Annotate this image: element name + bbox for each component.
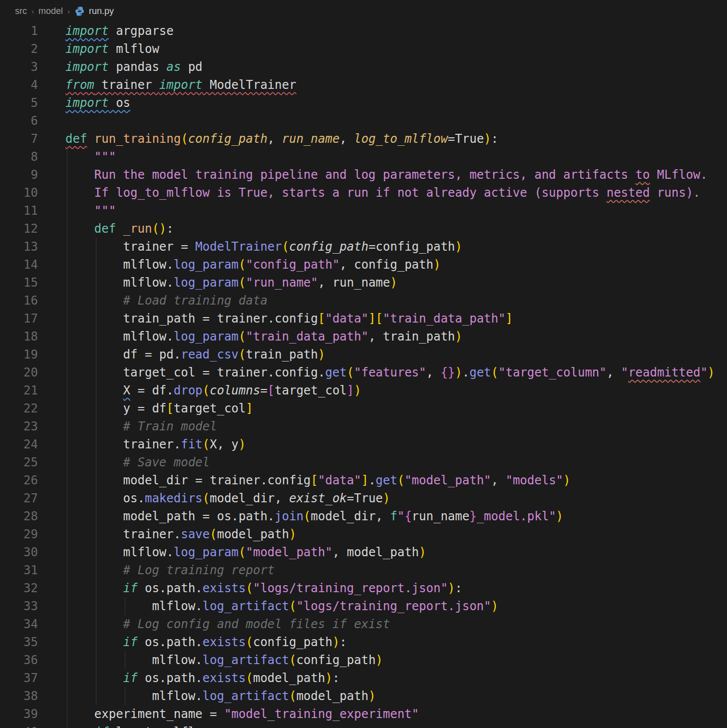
code-line[interactable]: 1import argparse xyxy=(0,22,727,40)
line-number[interactable]: 21 xyxy=(0,381,38,399)
line-number[interactable]: 3 xyxy=(0,58,38,76)
breadcrumb-file[interactable]: run.py xyxy=(89,6,114,16)
code-token: ) xyxy=(383,491,390,505)
line-number[interactable]: 27 xyxy=(0,489,38,507)
line-number[interactable]: 7 xyxy=(0,130,38,148)
line-number[interactable]: 23 xyxy=(0,417,38,435)
code-line[interactable]: 10 If log_to_mlflow is True, starts a ru… xyxy=(0,184,727,202)
code-line[interactable]: 24 trainer.fit(X, y) xyxy=(0,435,727,453)
code-line[interactable]: 14 mlflow.log_param("config_path", confi… xyxy=(0,256,727,274)
code-line[interactable]: 11 """ xyxy=(0,202,727,220)
code-line[interactable]: 31 # Log training report xyxy=(0,561,727,579)
code-token: : xyxy=(333,671,340,685)
code-line[interactable]: 3import pandas as pd xyxy=(0,58,727,76)
code-line[interactable]: 22 y = df[target_col] xyxy=(0,399,727,417)
code-line[interactable]: 20 target_col = trainer.config.get("feat… xyxy=(0,364,727,381)
code-line[interactable]: 13 trainer = ModelTrainer(config_path=co… xyxy=(0,238,727,256)
line-number[interactable]: 28 xyxy=(0,507,38,525)
code-line[interactable]: 33 mlflow.log_artifact("logs/training_re… xyxy=(0,597,727,615)
line-number[interactable]: 18 xyxy=(0,328,38,346)
line-number[interactable]: 6 xyxy=(0,112,38,130)
line-number[interactable]: 20 xyxy=(0,364,38,381)
code-token xyxy=(116,222,123,236)
code-line[interactable]: 26 model_dir = trainer.config["data"].ge… xyxy=(0,471,727,489)
code-line[interactable]: 36 mlflow.log_artifact(config_path) xyxy=(0,651,727,669)
code-line[interactable]: 2import mlflow xyxy=(0,40,727,58)
line-number[interactable]: 17 xyxy=(0,310,38,328)
code-line[interactable]: 32 if os.path.exists("logs/training_repo… xyxy=(0,579,727,597)
line-number[interactable]: 30 xyxy=(0,543,38,561)
line-number[interactable]: 5 xyxy=(0,94,38,112)
code-line[interactable]: 18 mlflow.log_param("train_data_path", t… xyxy=(0,328,727,346)
code-token: as xyxy=(166,60,181,74)
code-token: ) xyxy=(556,509,563,523)
line-number[interactable]: 39 xyxy=(0,705,38,723)
code-line[interactable]: 30 mlflow.log_param("model_path", model_… xyxy=(0,543,727,561)
code-line[interactable]: 9 Run the model training pipeline and lo… xyxy=(0,166,727,184)
code-line[interactable]: 38 mlflow.log_artifact(model_path) xyxy=(0,687,727,705)
line-number[interactable]: 1 xyxy=(0,22,38,40)
line-number[interactable]: 22 xyxy=(0,399,38,417)
line-number[interactable]: 15 xyxy=(0,274,38,292)
line-number[interactable]: 31 xyxy=(0,561,38,579)
breadcrumb-item-src[interactable]: src xyxy=(15,6,27,16)
line-number[interactable]: 13 xyxy=(0,238,38,256)
line-number[interactable]: 38 xyxy=(0,687,38,705)
python-icon xyxy=(74,6,85,16)
code-line[interactable]: 16 # Load training data xyxy=(0,292,727,310)
code-line[interactable]: 34 # Log config and model files if exist xyxy=(0,615,727,633)
code-line[interactable]: 4from trainer import ModelTrainer xyxy=(0,76,727,94)
code-line[interactable]: 39 experiment_name = "model_training_exp… xyxy=(0,705,727,723)
line-number[interactable]: 24 xyxy=(0,435,38,453)
code-line[interactable]: 29 trainer.save(model_path) xyxy=(0,525,727,543)
line-number[interactable]: 16 xyxy=(0,292,38,310)
line-number[interactable]: 32 xyxy=(0,579,38,597)
code-token: # Save model xyxy=(65,455,210,469)
code-line[interactable]: 7def run_training(config_path, run_name,… xyxy=(0,130,727,148)
line-number[interactable]: 25 xyxy=(0,453,38,471)
code-token: os.path. xyxy=(138,671,203,685)
line-number[interactable]: 10 xyxy=(0,184,38,202)
code-line[interactable]: 8 """ xyxy=(0,148,727,166)
code-line[interactable]: 40 if log_to_mlflow: xyxy=(0,723,727,728)
code-line[interactable]: 12 def _run(): xyxy=(0,220,727,238)
code-line[interactable]: 37 if os.path.exists(model_path): xyxy=(0,669,727,687)
line-number[interactable]: 11 xyxy=(0,202,38,220)
line-number[interactable]: 37 xyxy=(0,669,38,687)
line-number[interactable]: 34 xyxy=(0,615,38,633)
code-line[interactable]: 25 # Save model xyxy=(0,453,727,471)
code-token: ( xyxy=(347,365,354,379)
code-token: if xyxy=(94,725,109,728)
code-line[interactable]: 23 # Train model xyxy=(0,417,727,435)
code-editor[interactable]: 1import argparse2import mlflow3import pa… xyxy=(0,22,727,728)
code-line[interactable]: 21 X = df.drop(columns=[target_col]) xyxy=(0,381,727,399)
line-number[interactable]: 8 xyxy=(0,148,38,166)
line-number[interactable]: 4 xyxy=(0,76,38,94)
code-line[interactable]: 6 xyxy=(0,112,727,130)
code-token: ) xyxy=(563,473,570,487)
line-number[interactable]: 36 xyxy=(0,651,38,669)
line-number[interactable]: 40 xyxy=(0,723,38,728)
code-token: ) xyxy=(289,527,296,541)
code-line[interactable]: 17 train_path = trainer.config["data"]["… xyxy=(0,310,727,328)
code-line[interactable]: 27 os.makedirs(model_dir, exist_ok=True) xyxy=(0,489,727,507)
code-text: if log_to_mlflow: xyxy=(65,723,217,728)
code-token: ) xyxy=(455,240,462,254)
code-line[interactable]: 5import os xyxy=(0,94,727,112)
line-number[interactable]: 33 xyxy=(0,597,38,615)
code-line[interactable]: 28 model_path = os.path.join(model_dir, … xyxy=(0,507,727,525)
code-line[interactable]: 15 mlflow.log_param("run_name", run_name… xyxy=(0,274,727,292)
code-token: join xyxy=(275,509,304,523)
line-number[interactable]: 2 xyxy=(0,40,38,58)
code-line[interactable]: 35 if os.path.exists(config_path): xyxy=(0,633,727,651)
line-number[interactable]: 12 xyxy=(0,220,38,238)
line-number[interactable]: 19 xyxy=(0,346,38,364)
code-line[interactable]: 19 df = pd.read_csv(train_path) xyxy=(0,346,727,364)
breadcrumb-item-model[interactable]: model xyxy=(38,6,63,16)
line-number[interactable]: 29 xyxy=(0,525,38,543)
code-token xyxy=(65,222,94,236)
line-number[interactable]: 26 xyxy=(0,471,38,489)
line-number[interactable]: 35 xyxy=(0,633,38,651)
line-number[interactable]: 14 xyxy=(0,256,38,274)
line-number[interactable]: 9 xyxy=(0,166,38,184)
